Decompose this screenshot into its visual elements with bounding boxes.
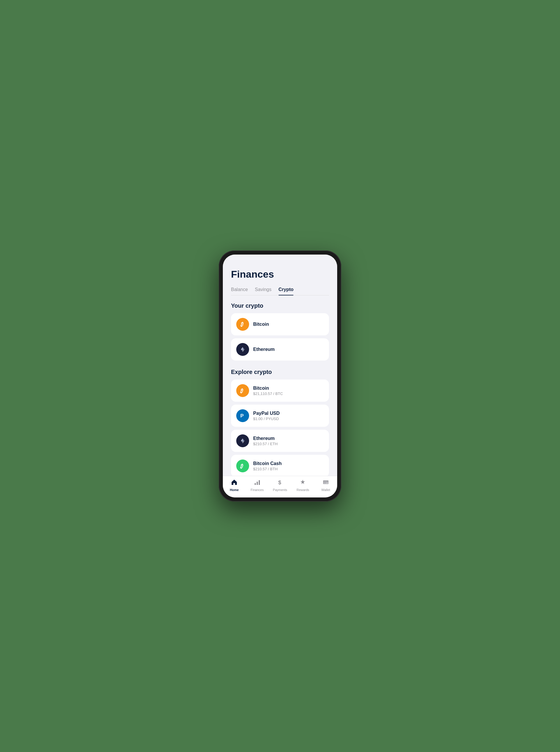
svg-rect-13 <box>255 483 256 485</box>
nav-item-payments[interactable]: $ Payments <box>268 479 292 491</box>
coin-price: $21,110.57 / BTC <box>253 391 283 396</box>
ethereum-explore-icon <box>236 435 249 447</box>
screen-content: Finances Balance Savings Crypto Your cry… <box>223 254 337 476</box>
list-item[interactable]: ₿ Bitcoin $21,110.57 / BTC <box>231 380 329 402</box>
coin-price: $1.00 / PYUSD <box>253 417 280 421</box>
svg-rect-14 <box>257 482 258 485</box>
explore-crypto-title: Explore crypto <box>231 369 329 375</box>
page-title: Finances <box>231 269 329 280</box>
your-crypto-title: Your crypto <box>231 303 329 309</box>
tab-savings[interactable]: Savings <box>255 287 272 295</box>
phone-screen: Finances Balance Savings Crypto Your cry… <box>223 254 337 498</box>
tab-balance[interactable]: Balance <box>231 287 248 295</box>
payments-icon: $ <box>277 479 283 487</box>
list-item[interactable]: P PayPal USD $1.00 / PYUSD <box>231 405 329 427</box>
svg-text:₿: ₿ <box>240 322 244 327</box>
svg-rect-24 <box>323 482 328 482</box>
svg-rect-26 <box>323 483 326 483</box>
nav-item-home[interactable]: Home <box>223 479 245 491</box>
nav-label-finances: Finances <box>251 488 264 491</box>
coin-name: Bitcoin Cash <box>253 461 282 466</box>
svg-text:P: P <box>240 413 243 419</box>
wallet-icon <box>323 479 329 487</box>
coin-price: $210.57 / BTH <box>253 467 282 471</box>
coin-name: Ethereum <box>253 436 278 441</box>
coin-info: Bitcoin $21,110.57 / BTC <box>253 386 283 396</box>
svg-rect-23 <box>323 481 328 481</box>
bottom-nav: Home Finances $ Payment <box>223 476 337 498</box>
nav-label-rewards: Rewards <box>297 488 309 491</box>
nav-item-finances[interactable]: Finances <box>245 479 268 491</box>
ethereum-icon <box>236 343 249 356</box>
your-crypto-section: Your crypto ₿ Bitcoin <box>223 295 337 363</box>
list-item[interactable]: ₿ Bitcoin <box>231 313 329 335</box>
svg-rect-15 <box>259 480 260 485</box>
coin-info: Bitcoin Cash $210.57 / BTH <box>253 461 282 471</box>
coin-name: Bitcoin <box>253 322 269 327</box>
home-icon <box>231 479 237 487</box>
phone-frame: Finances Balance Savings Crypto Your cry… <box>219 250 341 502</box>
bitcoin-icon: ₿ <box>236 318 249 331</box>
tab-crypto[interactable]: Crypto <box>279 287 294 295</box>
svg-text:$: $ <box>278 480 281 485</box>
coin-info: Bitcoin <box>253 322 269 327</box>
coin-info: Ethereum <box>253 347 275 352</box>
svg-rect-25 <box>323 482 328 483</box>
coin-name: Ethereum <box>253 347 275 352</box>
list-item[interactable]: Ethereum <box>231 338 329 361</box>
coin-info: Ethereum $210.57 / ETH <box>253 436 278 446</box>
tabs-container: Balance Savings Crypto <box>231 287 329 295</box>
top-section: Finances Balance Savings Crypto <box>223 254 337 295</box>
nav-label-wallet: Wallet <box>321 488 330 491</box>
nav-label-home: Home <box>230 488 239 491</box>
coin-name: PayPal USD <box>253 411 280 416</box>
nav-item-wallet[interactable]: Wallet <box>315 479 337 491</box>
svg-text:₿: ₿ <box>240 463 243 469</box>
coin-name: Bitcoin <box>253 386 283 391</box>
finances-icon <box>254 479 260 487</box>
coin-info: PayPal USD $1.00 / PYUSD <box>253 411 280 421</box>
list-item[interactable]: Ethereum $210.57 / ETH <box>231 430 329 452</box>
nav-label-payments: Payments <box>273 488 287 491</box>
paypal-icon: P <box>236 409 249 422</box>
coin-price: $210.57 / ETH <box>253 442 278 446</box>
rewards-icon <box>300 479 306 487</box>
list-item[interactable]: ₿ Bitcoin Cash $210.57 / BTH <box>231 455 329 476</box>
bitcoin-cash-icon: ₿ <box>236 460 249 473</box>
explore-crypto-section: Explore crypto ₿ Bitcoin $21,110.57 / BT… <box>223 363 337 476</box>
nav-item-rewards[interactable]: Rewards <box>292 479 314 491</box>
bitcoin-explore-icon: ₿ <box>236 384 249 397</box>
svg-text:₿: ₿ <box>240 388 243 394</box>
